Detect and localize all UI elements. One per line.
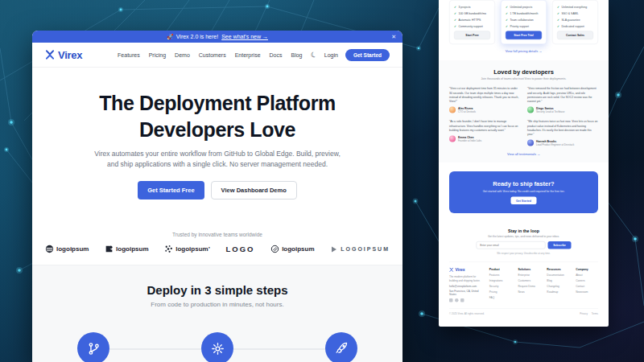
logoipsum-stripes-logo: logoipsum <box>45 245 89 253</box>
logo-label: logoipsum’ <box>175 245 210 253</box>
check-icon <box>454 12 456 15</box>
footer-link[interactable]: Enterprise <box>518 274 541 277</box>
get-started-button[interactable]: Get Started <box>345 49 390 61</box>
steps-section: Deploy in 3 simple steps From code to pr… <box>32 265 402 362</box>
brand-name: Virex <box>58 49 82 61</box>
testimonial-meta: Alex Rivera CTO at Devtools <box>449 107 520 113</box>
plan-feature: Priority support <box>506 25 542 28</box>
footer-link[interactable]: Documentation <box>547 274 569 277</box>
view-all-testimonials-link[interactable]: View all testimonials → <box>449 153 598 157</box>
terms-link[interactable]: Terms <box>592 312 598 315</box>
newsletter-subtitle: Get the latest updates, tips, and news d… <box>449 235 598 238</box>
testimonial-quote: "Virex cut our deployment time from 35 m… <box>449 87 520 104</box>
footer-link[interactable]: Pricing <box>489 290 512 294</box>
nav-link-enterprise[interactable]: Enterprise <box>235 52 261 58</box>
footer-email[interactable]: hello@virexplatform.com <box>449 284 483 287</box>
newsletter-block: Stay in the loop Get the latest updates,… <box>449 228 598 254</box>
check-icon <box>506 25 508 28</box>
footer-social-icons <box>449 298 483 302</box>
virex-logo-icon <box>449 268 454 273</box>
nav-link-features[interactable]: Features <box>118 52 140 58</box>
banner-text: Virex 2.0 is here! <box>176 34 218 39</box>
contact-sales-button[interactable]: Contact Sales <box>557 31 593 40</box>
pricing-card-free: 3 projects 100 GB bandwidth/mo Automatic… <box>449 0 495 44</box>
step-row <box>32 332 402 362</box>
footer-link[interactable]: Blog <box>547 279 569 282</box>
footer-link[interactable]: Features <box>489 274 512 277</box>
gear-icon <box>211 342 225 356</box>
steps-subtitle: From code to production in minutes, not … <box>32 301 402 308</box>
brand-logo[interactable]: Virex <box>45 49 82 61</box>
testimonial-name: Alex Rivera <box>458 107 476 110</box>
linkedin-icon[interactable] <box>460 298 464 302</box>
github-icon[interactable] <box>455 298 459 302</box>
nav-link-blog[interactable]: Blog <box>291 52 303 58</box>
testimonial-role: Founder at Indie Labs <box>458 139 481 142</box>
privacy-link[interactable]: Privacy <box>580 312 588 315</box>
check-icon <box>454 25 456 28</box>
footer-link[interactable]: Customers <box>518 279 541 282</box>
hatched-circle-icon <box>270 245 279 253</box>
banner-close-icon[interactable]: ✕ <box>391 31 396 43</box>
banner-whats-new-link[interactable]: See what's new → <box>221 34 268 39</box>
footer-column-company: Company About Careers Contact Newsroom <box>576 268 598 302</box>
footer-link[interactable]: FAQ <box>489 296 512 299</box>
footer-brand-desc: The modern platform for building and shi… <box>449 274 483 282</box>
newsletter-note: We respect your privacy. Unsubscribe at … <box>449 252 598 254</box>
step-3-circle <box>325 332 357 362</box>
nav-link-docs[interactable]: Docs <box>270 52 283 58</box>
footer-link[interactable]: News <box>518 290 541 294</box>
nav-link-demo[interactable]: Demo <box>175 52 190 58</box>
start-free-trial-button[interactable]: Start Free Trial <box>506 31 542 40</box>
footer-link[interactable]: Changelog <box>547 285 569 288</box>
dark-mode-moon-icon[interactable]: ☾ <box>310 50 318 59</box>
logo-label: LOGO <box>226 245 255 253</box>
footer-link[interactable]: Integrations <box>489 279 512 282</box>
preview-footer: Stay in the loop Get the latest updates,… <box>439 222 609 319</box>
preview-pricing-section: 3 projects 100 GB bandwidth/mo Automatic… <box>439 0 609 60</box>
footer-link[interactable]: Request Demo <box>518 285 541 288</box>
footer-column-title: Product <box>489 268 512 271</box>
logo-label: logoipsum <box>56 245 89 253</box>
subscribe-button[interactable]: Subscribe <box>548 241 572 249</box>
footer-brand-column: Virex The modern platform for building a… <box>449 268 483 302</box>
logo-row: logoipsum logoipsum logoipsum’ LOGO <box>32 245 402 253</box>
start-free-button[interactable]: Start Free <box>454 31 490 40</box>
footer-link[interactable]: Newsroom <box>576 290 598 294</box>
check-icon <box>454 6 456 9</box>
footer-link[interactable]: Contact <box>576 285 598 288</box>
footer-link[interactable]: About <box>576 274 598 277</box>
email-input[interactable] <box>477 241 546 249</box>
plan-feature: 100 GB bandwidth/mo <box>454 12 490 15</box>
view-dashboard-demo-button[interactable]: View Dashboard Demo <box>211 181 297 200</box>
testimonial-card: "Virex cut our deployment time from 35 m… <box>449 87 520 113</box>
footer-brand-name: Virex <box>456 268 465 273</box>
footer-columns: Virex The modern platform for building a… <box>449 261 598 302</box>
footer-link[interactable]: Roadmap <box>547 290 569 294</box>
testimonials-title: Loved by developers <box>449 68 598 76</box>
pricing-card-enterprise: Unlimited everything SSO & SAML SLA guar… <box>552 0 598 44</box>
footer-link[interactable]: Security <box>489 285 512 288</box>
full-page-preview[interactable]: 3 projects 100 GB bandwidth/mo Automatic… <box>439 0 609 327</box>
twitter-icon[interactable] <box>449 298 453 302</box>
footer-brand-logo[interactable]: Virex <box>449 268 483 273</box>
dot-cluster-icon <box>164 245 173 253</box>
cta-get-started-button[interactable]: Get Started <box>511 197 537 205</box>
avatar <box>527 140 534 146</box>
get-started-free-button[interactable]: Get Started Free <box>138 181 204 200</box>
step-2-circle <box>201 332 233 362</box>
navbar: Virex Features Pricing Demo Customers En… <box>32 43 402 68</box>
login-link[interactable]: Login <box>324 52 338 58</box>
check-icon <box>557 19 559 22</box>
pricing-details-link[interactable]: View full pricing details → <box>449 44 598 58</box>
pricing-card-pro: Unlimited projects 1 TB bandwidth/month … <box>501 0 547 44</box>
logoipsum-play-logo: LOGOIPSUM <box>330 245 390 253</box>
nav-link-customers[interactable]: Customers <box>199 52 226 58</box>
check-icon <box>506 6 508 9</box>
nav-link-pricing[interactable]: Pricing <box>149 52 166 58</box>
footer-link[interactable]: Careers <box>576 279 598 282</box>
check-icon <box>506 19 508 22</box>
nav-right: ☾ Login Get Started <box>311 49 390 61</box>
footer-column-title: Solutions <box>518 268 541 271</box>
footer-column-title: Company <box>576 268 598 271</box>
